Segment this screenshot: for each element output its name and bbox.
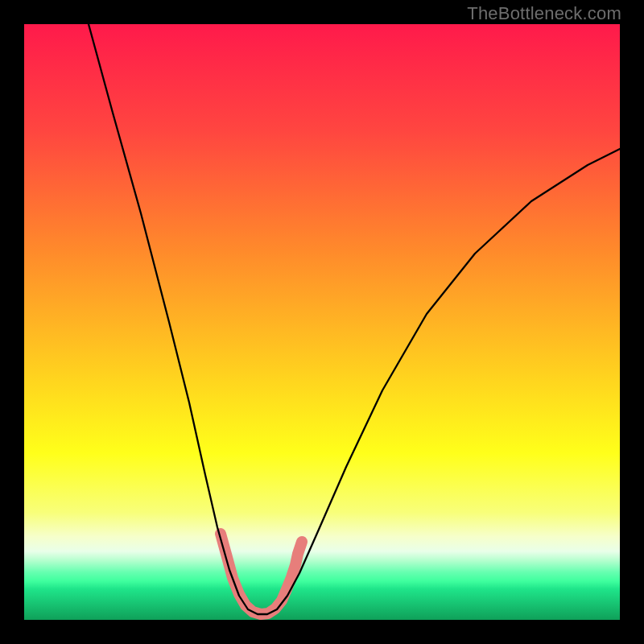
outer-frame: TheBottleneck.com bbox=[0, 0, 644, 644]
watermark-text: TheBottleneck.com bbox=[467, 3, 621, 24]
bottom-marker-band bbox=[221, 534, 302, 614]
main-curve bbox=[89, 24, 620, 614]
plot-area bbox=[24, 24, 620, 620]
curve-layer bbox=[24, 24, 620, 620]
